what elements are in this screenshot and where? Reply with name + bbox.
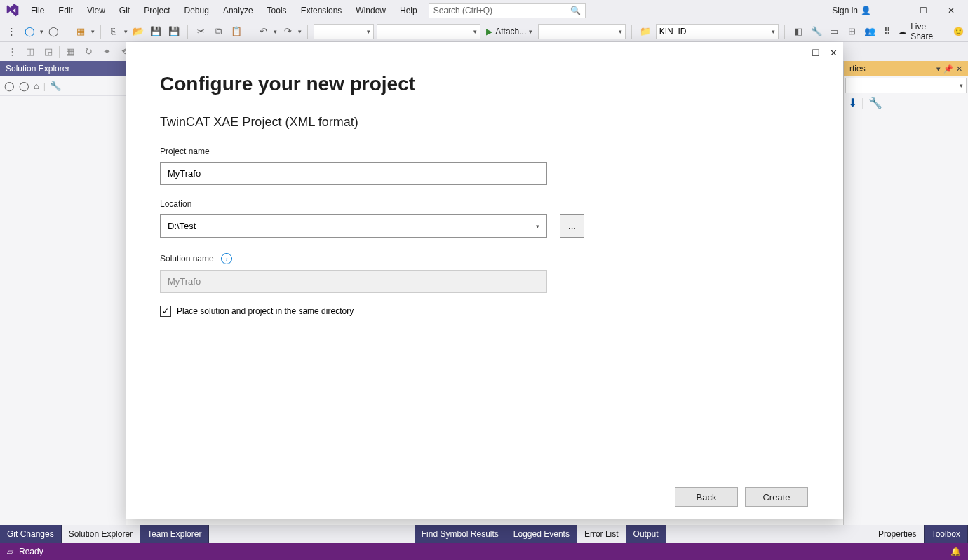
attach-label: Attach...: [495, 27, 526, 36]
menu-help[interactable]: Help: [393, 3, 424, 18]
search-input[interactable]: Search (Ctrl+Q) 🔍: [429, 3, 586, 18]
new-project-button[interactable]: ▦: [73, 24, 88, 39]
right-tabs: Properties Toolbox: [871, 525, 968, 543]
solution-explorer-title: Solution Explorer: [0, 61, 126, 76]
undo-button[interactable]: ↶: [256, 24, 271, 39]
tab-find-symbol[interactable]: Find Symbol Results: [415, 525, 506, 543]
dialog-close-button[interactable]: ✕: [830, 48, 838, 58]
wrench-icon[interactable]: 🔧: [809, 24, 824, 39]
menu-edit[interactable]: Edit: [51, 3, 80, 18]
sign-in-button[interactable]: Sign in 👤: [828, 6, 875, 15]
menu-extensions[interactable]: Extensions: [294, 3, 349, 18]
wrench-icon[interactable]: 🔧: [868, 96, 882, 109]
menu-git[interactable]: Git: [112, 3, 137, 18]
save-all-button[interactable]: 💾: [166, 24, 181, 39]
menu-view[interactable]: View: [80, 3, 112, 18]
tb2-btn-1[interactable]: ◫: [22, 44, 38, 60]
checkbox-checked-icon: ✓: [160, 306, 171, 317]
tool-icon-6[interactable]: ⠿: [880, 24, 895, 39]
bottom-tabstrip: Git Changes Solution Explorer Team Explo…: [0, 525, 968, 543]
nav-forward-button[interactable]: ◯: [46, 24, 61, 39]
open-button[interactable]: 📂: [130, 24, 145, 39]
dialog-maximize-button[interactable]: ☐: [812, 48, 820, 58]
menu-window[interactable]: Window: [349, 3, 393, 18]
toolbar-main: ⋮ ◯ ▾ ◯ ▦ ▾ ⎘ ▾ 📂 💾 💾 ✂ ⧉ 📋 ↶ ▾ ↷ ▾ ▾ ▾ …: [0, 21, 968, 42]
feedback-icon[interactable]: 🙂: [953, 27, 964, 36]
same-directory-checkbox[interactable]: ✓ Place solution and project in the same…: [160, 306, 808, 317]
config-combo[interactable]: ▾: [314, 24, 374, 39]
nav-back-button[interactable]: ◯: [22, 24, 36, 39]
tab-logged-events[interactable]: Logged Events: [506, 525, 577, 543]
home-icon[interactable]: ⌂: [34, 81, 39, 91]
liveshare-icon: ☁: [898, 27, 906, 36]
tool-icon-3[interactable]: ▭: [826, 24, 841, 39]
info-icon[interactable]: i: [221, 253, 232, 264]
menu-tools[interactable]: Tools: [260, 3, 294, 18]
left-tabs: Git Changes Solution Explorer Team Explo…: [0, 525, 209, 543]
location-combo[interactable]: D:\Test ▾: [160, 214, 547, 238]
tab-git-changes[interactable]: Git Changes: [0, 525, 62, 543]
target-combo[interactable]: ▾: [538, 24, 626, 39]
back-button[interactable]: Back: [675, 487, 738, 507]
properties-object-combo[interactable]: ▾: [845, 78, 967, 93]
tab-error-list[interactable]: Error List: [577, 525, 626, 543]
pin-icon[interactable]: 📌: [943, 64, 953, 74]
copy-button[interactable]: ⧉: [211, 24, 226, 39]
location-value: D:\Test: [168, 221, 196, 231]
menu-analyze[interactable]: Analyze: [216, 3, 260, 18]
status-text: Ready: [19, 547, 43, 556]
sort-icon[interactable]: ⬇: [848, 96, 857, 109]
tool-icon-1[interactable]: ◧: [791, 24, 805, 39]
tb2-btn-5[interactable]: ✦: [99, 44, 114, 60]
grip-icon: ⋮: [4, 44, 20, 60]
folder-icon[interactable]: 📁: [638, 24, 652, 39]
attach-button[interactable]: ▶ Attach... ▾: [483, 27, 535, 36]
nav-fwd-icon[interactable]: ◯: [19, 81, 29, 91]
tool-icon-4[interactable]: ⊞: [845, 24, 859, 39]
create-button[interactable]: Create: [745, 487, 808, 507]
checkbox-label: Place solution and project in the same d…: [177, 306, 354, 316]
refresh-icon[interactable]: ↻: [81, 44, 96, 60]
play-icon: ▶: [486, 27, 492, 36]
chevron-down-icon: ▾: [40, 28, 43, 35]
new-project-dialog: ☐ ✕ Configure your new project TwinCAT X…: [126, 42, 843, 519]
add-item-button[interactable]: ⎘: [107, 24, 121, 39]
search-placeholder: Search (Ctrl+Q): [433, 6, 492, 15]
tab-properties[interactable]: Properties: [871, 525, 925, 543]
notifications-icon[interactable]: 🔔: [950, 547, 961, 556]
solution-explorer-toolbar: ◯ ◯ ⌂ | 🔧: [0, 76, 126, 96]
menu-file[interactable]: File: [24, 3, 51, 18]
minimize-button[interactable]: —: [881, 2, 909, 19]
center-tabs: Find Symbol Results Logged Events Error …: [415, 525, 666, 543]
wrench-icon[interactable]: 🔧: [50, 81, 61, 91]
tab-team-explorer[interactable]: Team Explorer: [140, 525, 209, 543]
tab-output[interactable]: Output: [626, 525, 666, 543]
liveshare-button[interactable]: Live Share: [910, 22, 949, 41]
browse-button[interactable]: ...: [560, 214, 584, 238]
vs-logo-icon: [3, 1, 22, 20]
project-name-input[interactable]: [160, 162, 547, 185]
tb2-btn-2[interactable]: ◲: [41, 44, 56, 60]
cut-button[interactable]: ✂: [194, 24, 208, 39]
close-button[interactable]: ✕: [937, 2, 965, 19]
dropdown-icon[interactable]: ▾: [936, 64, 941, 74]
kin-combo[interactable]: KIN_ID ▾: [656, 24, 779, 39]
sign-in-label: Sign in: [832, 6, 858, 15]
properties-title: rties: [849, 64, 866, 74]
menu-debug[interactable]: Debug: [177, 3, 216, 18]
tab-toolbox[interactable]: Toolbox: [925, 525, 968, 543]
save-button[interactable]: 💾: [149, 24, 163, 39]
close-icon[interactable]: ✕: [956, 64, 962, 74]
menu-project[interactable]: Project: [137, 3, 177, 18]
tool-icon-5[interactable]: 👥: [862, 24, 877, 39]
maximize-button[interactable]: ☐: [909, 2, 937, 19]
tb2-btn-3[interactable]: ▦: [62, 44, 78, 60]
chevron-down-icon: ▾: [536, 223, 539, 230]
properties-panel: rties ▾ 📌 ✕ ▾ ⬇ | 🔧: [843, 61, 968, 525]
platform-combo[interactable]: ▾: [377, 24, 480, 39]
redo-button[interactable]: ↷: [280, 24, 295, 39]
nav-back-icon[interactable]: ◯: [4, 81, 15, 91]
paste-button[interactable]: 📋: [229, 24, 243, 39]
tab-solution-explorer[interactable]: Solution Explorer: [62, 525, 140, 543]
location-label: Location: [160, 199, 808, 209]
